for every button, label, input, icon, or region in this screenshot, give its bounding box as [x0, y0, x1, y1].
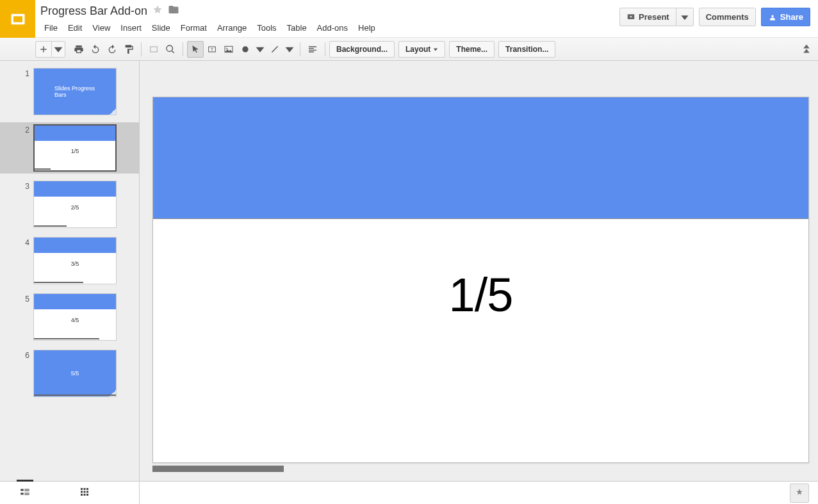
explore-button[interactable]: [790, 484, 809, 503]
menu-slide[interactable]: Slide: [147, 22, 176, 34]
toolbar: T Background... Layout Theme... Transiti…: [0, 38, 818, 61]
separator: [141, 42, 142, 56]
thumbnail[interactable]: 2/5: [33, 181, 117, 228]
share-label: Share: [780, 12, 803, 22]
svg-rect-26: [86, 488, 88, 490]
svg-line-13: [272, 46, 277, 52]
svg-marker-14: [286, 47, 294, 52]
align-icon[interactable]: [304, 41, 321, 58]
header-main: Progress Bar Add-on File Edit View Inser…: [35, 0, 619, 34]
thumbnail-row[interactable]: 54/5: [0, 291, 139, 343]
svg-rect-25: [84, 488, 86, 490]
header-right: Present Comments Share: [619, 0, 818, 26]
layout-label: Layout: [405, 45, 430, 54]
thumbnail[interactable]: 5/5: [33, 350, 117, 397]
shape-icon[interactable]: [237, 41, 254, 58]
canvas-area[interactable]: 1/5: [140, 61, 818, 481]
thumbnail-row[interactable]: 43/5: [0, 235, 139, 286]
slides-logo[interactable]: [0, 0, 35, 38]
svg-point-11: [242, 46, 248, 52]
svg-marker-4: [681, 15, 688, 20]
select-tool-icon[interactable]: [187, 41, 204, 58]
svg-point-10: [226, 47, 227, 49]
thumbnail-title: 5/5: [71, 370, 79, 377]
thumbnail-progress-bar: [34, 282, 83, 283]
zoom-fit-icon[interactable]: [145, 41, 162, 58]
filmstrip-view-icon[interactable]: [19, 486, 31, 500]
document-title[interactable]: Progress Bar Add-on: [39, 4, 147, 18]
svg-marker-15: [434, 48, 438, 51]
thumbnail[interactable]: 3/5: [33, 237, 117, 284]
thumbnail[interactable]: 1/5: [33, 124, 117, 172]
svg-rect-27: [81, 491, 83, 492]
theme-button[interactable]: Theme...: [449, 41, 495, 58]
thumbnail-row[interactable]: 65/5: [0, 348, 139, 399]
svg-rect-30: [81, 494, 83, 496]
slide-text[interactable]: 1/5: [449, 267, 513, 321]
menu-file[interactable]: File: [39, 22, 63, 34]
comments-button[interactable]: Comments: [699, 8, 756, 26]
thumbnail-text: 2/5: [71, 204, 79, 211]
thumbnail-number: 2: [0, 124, 33, 134]
zoom-icon[interactable]: [162, 41, 179, 58]
menu-insert[interactable]: Insert: [115, 22, 147, 34]
shape-dropdown[interactable]: [254, 41, 266, 58]
present-split: Present: [619, 8, 694, 26]
share-button[interactable]: Share: [761, 8, 810, 26]
folder-icon[interactable]: [168, 4, 179, 18]
thumbnail-progress-bar: [35, 168, 51, 170]
thumbnail[interactable]: Slides Progress Bars: [33, 68, 117, 115]
thumbnail[interactable]: 4/5: [33, 293, 117, 341]
separator: [300, 42, 300, 56]
thumbnail-number: 4: [0, 237, 33, 247]
thumbnail-row[interactable]: 21/5: [0, 122, 139, 174]
textbox-icon[interactable]: T: [204, 41, 220, 58]
present-dropdown[interactable]: [676, 8, 694, 26]
undo-icon[interactable]: [87, 41, 104, 58]
transition-button[interactable]: Transition...: [498, 41, 555, 58]
present-button[interactable]: Present: [619, 8, 676, 26]
svg-rect-6: [151, 47, 158, 52]
menu-view[interactable]: View: [87, 22, 115, 34]
menu-tools[interactable]: Tools: [252, 22, 281, 34]
menu-addons[interactable]: Add-ons: [312, 22, 353, 34]
bottom-left: [0, 482, 140, 504]
slide-canvas[interactable]: 1/5: [152, 97, 809, 463]
star-icon[interactable]: [152, 4, 163, 17]
menu-format[interactable]: Format: [176, 22, 212, 34]
layout-button[interactable]: Layout: [398, 41, 445, 58]
paint-format-icon[interactable]: [120, 41, 137, 58]
svg-rect-23: [24, 494, 29, 494]
thumbnail-row[interactable]: 1Slides Progress Bars: [0, 66, 139, 117]
title-row: Progress Bar Add-on: [39, 0, 619, 18]
slide-progress-bar[interactable]: [152, 466, 284, 472]
image-icon[interactable]: [220, 41, 237, 58]
collapse-toolbar-icon[interactable]: [803, 43, 814, 55]
svg-rect-20: [24, 490, 29, 491]
separator: [325, 42, 325, 56]
svg-rect-21: [20, 492, 24, 494]
line-icon[interactable]: [266, 41, 283, 58]
redo-icon[interactable]: [104, 41, 120, 58]
menu-edit[interactable]: Edit: [63, 22, 87, 34]
thumbnail-row[interactable]: 32/5: [0, 179, 139, 230]
menu-help[interactable]: Help: [353, 22, 380, 34]
background-button[interactable]: Background...: [329, 41, 395, 58]
menubar: File Edit View Insert Slide Format Arran…: [39, 18, 619, 34]
line-dropdown[interactable]: [283, 41, 296, 58]
new-slide-button[interactable]: [35, 41, 52, 58]
thumbnail-panel[interactable]: 1Slides Progress Bars21/532/543/554/565/…: [0, 61, 140, 481]
svg-rect-32: [86, 494, 88, 496]
thumbnail-progress-bar: [34, 338, 99, 339]
grid-view-icon[interactable]: [79, 486, 90, 500]
menu-table[interactable]: Table: [282, 22, 312, 34]
slide-header-shape[interactable]: [153, 97, 808, 219]
svg-rect-29: [86, 491, 88, 492]
bottom-bar: [0, 481, 818, 504]
menu-arrange[interactable]: Arrange: [212, 22, 252, 34]
svg-marker-17: [803, 49, 810, 53]
separator: [183, 42, 183, 56]
print-icon[interactable]: [70, 41, 87, 58]
new-slide-dropdown[interactable]: [52, 41, 65, 58]
svg-rect-18: [20, 489, 24, 491]
